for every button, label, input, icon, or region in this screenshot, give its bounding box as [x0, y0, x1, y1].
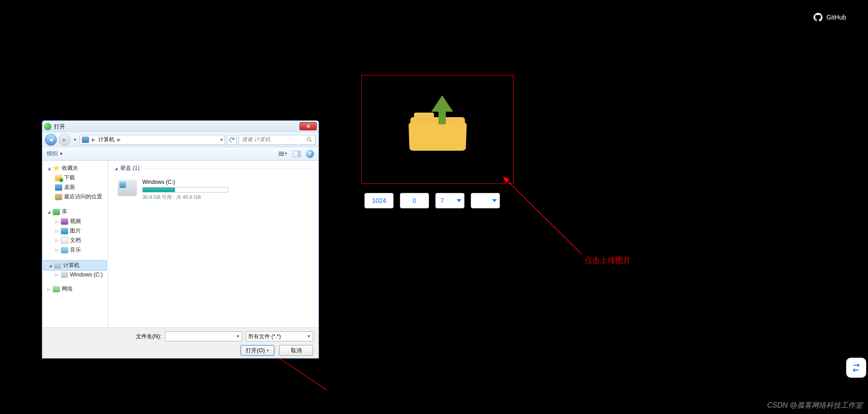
- tree-desktop[interactable]: 桌面: [42, 182, 108, 192]
- param-row: 1024 0 7: [364, 193, 500, 208]
- tree-network[interactable]: ▷网络: [42, 284, 108, 294]
- drive-name: Windows (C:): [142, 179, 234, 185]
- cancel-button[interactable]: 取消: [279, 345, 313, 356]
- github-link[interactable]: GitHub: [813, 13, 846, 22]
- tree-favorites[interactable]: ◢收藏夹: [42, 163, 108, 173]
- computer-icon: [82, 137, 89, 143]
- refresh-button[interactable]: [227, 135, 237, 145]
- dialog-navbar: ◄ ► ▼ ▶ 计算机 ▶ ▾ 搜索 计算机: [42, 133, 319, 147]
- filetype-select[interactable]: 所有文件 (*.*)▼: [246, 331, 313, 341]
- tree-documents[interactable]: ▷文档: [42, 236, 108, 245]
- param-option-select[interactable]: [471, 193, 500, 208]
- tree-music[interactable]: ▷音乐: [42, 245, 108, 255]
- address-breadcrumb[interactable]: ▶ 计算机 ▶ ▾: [80, 135, 225, 145]
- organize-button[interactable]: 组织 ▼: [47, 150, 63, 158]
- upload-dropzone[interactable]: [361, 75, 514, 184]
- search-placeholder: 搜索 计算机: [242, 136, 270, 143]
- search-icon: [306, 137, 313, 143]
- close-button[interactable]: ✕: [299, 122, 317, 130]
- tree-videos[interactable]: ▷视频: [42, 217, 108, 226]
- tree-libraries[interactable]: ◢库: [42, 207, 108, 217]
- github-icon: [813, 13, 823, 22]
- chevron-down-icon: [457, 199, 461, 202]
- svg-rect-8: [279, 155, 284, 156]
- svg-line-5: [310, 140, 312, 142]
- nav-tree: ◢收藏夹 下载 桌面 最近访问的位置 ◢库 ▷视频 ▷图片 ▷文档 ▷音乐 ◢计…: [42, 161, 108, 327]
- drive-usage-text: 30.9 GB 可用 , 共 49.8 GB: [142, 194, 234, 201]
- svg-rect-7: [279, 153, 284, 154]
- preview-pane-button[interactable]: [292, 150, 301, 158]
- nav-history-dropdown[interactable]: ▼: [72, 134, 78, 146]
- filename-label: 文件名(N):: [136, 333, 161, 340]
- chevron-down-icon: ▾: [220, 137, 223, 142]
- chevron-down-icon: [492, 199, 497, 202]
- param-level-select[interactable]: 7: [435, 193, 464, 208]
- annotation-upload-label: 点击上传图片: [584, 255, 631, 266]
- github-label: GitHub: [826, 14, 846, 21]
- watermark-text: CSDN @孤客网络科技工作室: [767, 401, 863, 410]
- tree-pictures[interactable]: ▷图片: [42, 226, 108, 236]
- tree-computer[interactable]: ◢计算机: [43, 260, 107, 271]
- svg-point-4: [307, 138, 310, 141]
- tree-downloads[interactable]: 下载: [42, 173, 108, 182]
- dialog-toolbar: 组织 ▼ ▼ ?: [42, 147, 319, 161]
- svg-rect-6: [279, 152, 284, 153]
- drive-usage-bar: [142, 187, 229, 192]
- app-icon: [44, 123, 51, 130]
- help-button[interactable]: ?: [306, 150, 314, 158]
- group-harddisk[interactable]: ◢硬盘 (1): [115, 164, 312, 172]
- filename-input[interactable]: ▼: [165, 331, 242, 341]
- drive-c-item[interactable]: Windows (C:) 30.9 GB 可用 , 共 49.8 GB: [115, 176, 237, 204]
- dialog-titlebar: 打开 ✕: [42, 121, 319, 133]
- swap-icon: [850, 362, 862, 374]
- svg-line-0: [504, 177, 582, 254]
- drive-icon: [118, 180, 137, 196]
- tree-recent[interactable]: 最近访问的位置: [42, 192, 108, 202]
- svg-rect-10: [298, 151, 301, 157]
- param-offset-input[interactable]: 0: [400, 193, 429, 208]
- param-size-input[interactable]: 1024: [364, 193, 394, 208]
- breadcrumb-root: 计算机: [98, 136, 115, 143]
- content-pane: ◢硬盘 (1) Windows (C:) 30.9 GB 可用 , 共 49.8…: [108, 161, 319, 327]
- file-open-dialog: 打开 ✕ ◄ ► ▼ ▶ 计算机 ▶ ▾ 搜索 计算机 组织 ▼ ▼ ?: [42, 120, 319, 359]
- nav-forward-button[interactable]: ►: [59, 134, 70, 146]
- tree-drive-c[interactable]: ▷Windows (C:): [42, 271, 108, 279]
- open-button[interactable]: 打开(O) ▾: [240, 345, 274, 356]
- floating-assist-button[interactable]: [846, 358, 866, 378]
- dialog-bottom: 文件名(N): ▼ 所有文件 (*.*)▼ 打开(O) ▾ 取消: [42, 327, 319, 359]
- view-mode-button[interactable]: ▼: [279, 150, 288, 158]
- search-input[interactable]: 搜索 计算机: [239, 135, 316, 145]
- upload-folder-icon: [410, 109, 465, 150]
- nav-back-button[interactable]: ◄: [45, 134, 57, 146]
- dialog-title: 打开: [54, 123, 65, 131]
